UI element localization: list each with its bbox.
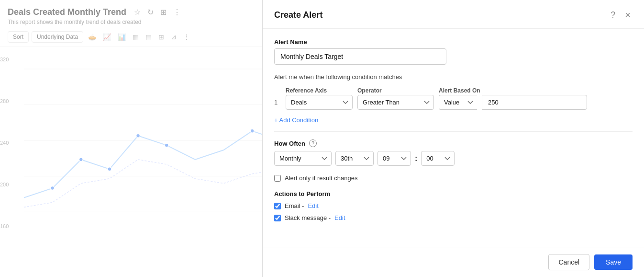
based-on-type-select[interactable]: Value xyxy=(439,95,477,110)
slack-action-edit-link[interactable]: Edit xyxy=(334,214,345,221)
modal-header: Create Alert ? × xyxy=(263,0,644,29)
email-action-checkbox[interactable] xyxy=(274,203,281,209)
actions-label: Actions to Perform xyxy=(274,190,633,197)
save-button[interactable]: Save xyxy=(594,254,633,270)
how-often-group: How Often ? Monthly Weekly Daily 30th 09… xyxy=(274,139,633,166)
condition-description: Alert me when the following condition ma… xyxy=(274,73,633,81)
slack-action-label: Slack message - xyxy=(285,214,331,221)
close-icon[interactable]: × xyxy=(623,9,633,22)
chart-overlay xyxy=(0,0,262,277)
email-action-edit-link[interactable]: Edit xyxy=(308,202,318,209)
alert-name-group: Alert Name xyxy=(274,38,633,65)
cancel-button[interactable]: Cancel xyxy=(548,254,589,270)
how-often-label: How Often xyxy=(274,140,305,147)
alert-if-changes-checkbox[interactable] xyxy=(274,175,281,182)
operator-select[interactable]: Greater Than xyxy=(357,95,434,110)
based-on-value-input[interactable] xyxy=(482,95,587,110)
condition-row-1: 1 Deals Greater Than Value xyxy=(274,95,633,110)
modal-body: Alert Name Alert me when the following c… xyxy=(263,29,644,247)
reference-axis-select[interactable]: Deals xyxy=(286,95,353,110)
condition-index: 1 xyxy=(274,99,281,106)
frequency-select[interactable]: Monthly Weekly Daily xyxy=(274,151,332,166)
col-header-ref: Reference Axis xyxy=(286,87,353,94)
how-often-row: Monthly Weekly Daily 30th 09 : 00 xyxy=(274,151,633,166)
divider-1 xyxy=(274,131,633,132)
how-often-help-icon[interactable]: ? xyxy=(309,139,317,147)
email-action-label: Email - xyxy=(285,202,304,209)
modal-header-actions: ? × xyxy=(609,9,633,22)
email-action-item: Email - Edit xyxy=(274,202,633,209)
minute-select[interactable]: 00 xyxy=(421,151,455,166)
hour-select[interactable]: 09 xyxy=(378,151,411,166)
slack-action-checkbox[interactable] xyxy=(274,215,281,221)
alert-if-changes-label: Alert only if result changes xyxy=(285,174,357,182)
modal-title: Create Alert xyxy=(274,10,322,20)
time-separator: : xyxy=(415,154,417,163)
help-icon[interactable]: ? xyxy=(609,9,617,21)
alert-name-input[interactable] xyxy=(274,48,446,65)
condition-headers: Reference Axis Operator Alert Based On xyxy=(274,87,633,94)
col-header-op: Operator xyxy=(357,87,434,94)
create-alert-modal: Create Alert ? × Alert Name Alert me whe… xyxy=(262,0,644,277)
actions-section: Actions to Perform Email - Edit Slack me… xyxy=(274,190,633,221)
day-select[interactable]: 30th xyxy=(335,151,374,166)
alert-name-label: Alert Name xyxy=(274,38,633,46)
modal-footer: Cancel Save xyxy=(263,247,644,277)
alert-if-changes-row: Alert only if result changes xyxy=(274,174,633,182)
col-header-based: Alert Based On xyxy=(439,87,480,94)
add-condition-button[interactable]: + Add Condition xyxy=(274,116,318,124)
slack-action-item: Slack message - Edit xyxy=(274,214,633,221)
